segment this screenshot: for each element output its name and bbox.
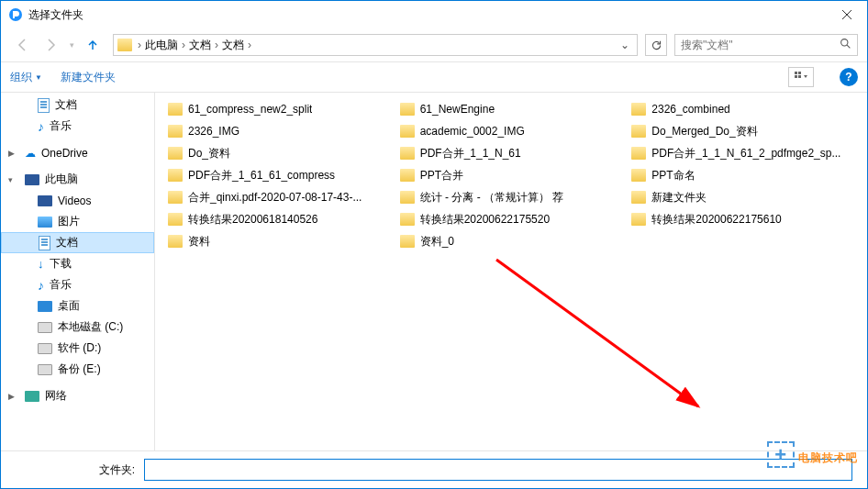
organize-label: 组织 bbox=[10, 70, 32, 85]
document-icon bbox=[38, 98, 50, 113]
folder-item[interactable]: PPT命名 bbox=[629, 166, 856, 184]
collapse-icon[interactable]: ▾ bbox=[8, 175, 17, 184]
cloud-icon: ☁ bbox=[25, 147, 36, 160]
sidebar-item-downloads[interactable]: ↓下载 bbox=[1, 253, 154, 274]
folder-item[interactable]: 资料 bbox=[166, 232, 393, 250]
search-input[interactable] bbox=[681, 39, 840, 51]
close-button[interactable] bbox=[826, 1, 867, 28]
file-label: Do_资料 bbox=[188, 146, 230, 161]
folder-item[interactable]: Do_Merged_Do_资料 bbox=[629, 122, 856, 140]
folder-item[interactable]: 资料_0 bbox=[398, 232, 625, 250]
sidebar-item-thispc[interactable]: ▾此电脑 bbox=[1, 169, 154, 190]
chevron-right-icon[interactable]: › bbox=[213, 39, 220, 51]
folder-label: 文件夹: bbox=[16, 462, 135, 478]
chevron-right-icon[interactable]: › bbox=[136, 39, 143, 51]
search-icon[interactable] bbox=[840, 38, 851, 52]
pc-icon bbox=[25, 174, 39, 185]
picture-icon bbox=[38, 217, 52, 228]
file-label: 转换结果20200622175610 bbox=[651, 212, 781, 228]
search-box[interactable] bbox=[674, 34, 858, 56]
file-label: 2326_IMG bbox=[188, 125, 239, 138]
svg-point-1 bbox=[841, 39, 848, 46]
sidebar-item-diske[interactable]: 备份 (E:) bbox=[1, 359, 154, 380]
folder-icon bbox=[168, 147, 183, 160]
breadcrumb-docs1[interactable]: 文档 bbox=[187, 38, 213, 53]
sidebar-item-documents-top[interactable]: 文档 bbox=[1, 94, 154, 116]
refresh-button[interactable] bbox=[645, 34, 667, 56]
sidebar-item-videos[interactable]: Videos bbox=[1, 190, 154, 211]
tree-label: 文档 bbox=[55, 97, 77, 113]
up-button[interactable] bbox=[80, 33, 106, 57]
folder-item[interactable]: 2326_IMG bbox=[166, 122, 393, 140]
help-button[interactable]: ? bbox=[840, 68, 858, 86]
folder-item[interactable]: PPT合并 bbox=[398, 166, 625, 184]
view-button[interactable] bbox=[788, 67, 814, 87]
sidebar-item-documents[interactable]: 文档 bbox=[1, 232, 154, 253]
folder-item[interactable]: PDF合并_1_1_N_61 bbox=[398, 144, 625, 162]
address-bar[interactable]: › 此电脑 › 文档 › 文档 › ⌄ bbox=[113, 34, 638, 56]
address-dropdown[interactable]: ⌄ bbox=[617, 39, 633, 51]
disk-icon bbox=[38, 322, 52, 333]
folder-icon bbox=[168, 191, 183, 204]
folder-item[interactable]: 61_NewEngine bbox=[398, 100, 625, 118]
folder-item[interactable]: 统计 - 分离 - （常规计算） 荐 bbox=[398, 188, 625, 206]
organize-button[interactable]: 组织▼ bbox=[10, 70, 42, 85]
tree-label: 音乐 bbox=[50, 277, 72, 293]
breadcrumb-docs2[interactable]: 文档 bbox=[220, 38, 246, 53]
chevron-right-icon[interactable]: › bbox=[246, 39, 253, 51]
folder-item[interactable]: 合并_qinxi.pdf-2020-07-08-17-43-... bbox=[166, 188, 393, 206]
expand-icon[interactable]: ▶ bbox=[8, 392, 17, 401]
folder-item[interactable]: 61_compress_new2_split bbox=[166, 100, 393, 118]
folder-item[interactable]: 转换结果20200622175520 bbox=[398, 210, 625, 228]
folder-item[interactable]: Do_资料 bbox=[166, 144, 393, 162]
sidebar-item-pictures[interactable]: 图片 bbox=[1, 211, 154, 232]
folder-item[interactable]: 转换结果20200618140526 bbox=[166, 210, 393, 228]
forward-button[interactable] bbox=[38, 33, 63, 57]
tree-label: Videos bbox=[58, 194, 91, 207]
folder-icon bbox=[400, 147, 415, 160]
expand-icon[interactable]: ▶ bbox=[8, 149, 17, 158]
file-label: PDF合并_1_1_N_61 bbox=[420, 146, 521, 161]
recent-dropdown[interactable]: ▾ bbox=[65, 33, 78, 57]
breadcrumb-thispc[interactable]: 此电脑 bbox=[143, 38, 180, 53]
file-label: 61_NewEngine bbox=[420, 103, 495, 116]
back-button[interactable] bbox=[10, 33, 36, 57]
tree-label: 网络 bbox=[45, 388, 67, 404]
new-folder-button[interactable]: 新建文件夹 bbox=[61, 70, 116, 85]
folder-item[interactable]: PDF合并_1_61_61_compress bbox=[166, 166, 393, 184]
folder-icon bbox=[631, 147, 646, 160]
file-area[interactable]: 61_compress_new2_split 61_NewEngine 2326… bbox=[155, 93, 867, 450]
file-label: 转换结果20200618140526 bbox=[188, 212, 317, 228]
folder-item[interactable]: 新建文件夹 bbox=[629, 188, 856, 206]
sidebar-item-diskd[interactable]: 软件 (D:) bbox=[1, 338, 154, 359]
file-label: 资料_0 bbox=[420, 234, 454, 250]
window-title: 选择文件夹 bbox=[28, 7, 826, 23]
folder-input[interactable] bbox=[144, 459, 852, 481]
svg-rect-3 bbox=[798, 72, 801, 74]
folder-icon bbox=[400, 235, 415, 248]
file-label: PPT命名 bbox=[651, 168, 695, 183]
body: 文档 ♪音乐 ▶☁OneDrive ▾此电脑 Videos 图片 文档 ↓下载 … bbox=[1, 93, 867, 450]
folder-icon bbox=[631, 125, 646, 138]
folder-icon bbox=[400, 169, 415, 182]
folder-item[interactable]: PDF合并_1_1_N_61_2_pdfmge2_sp... bbox=[629, 144, 856, 162]
sidebar-item-network[interactable]: ▶网络 bbox=[1, 385, 154, 406]
sidebar-item-onedrive[interactable]: ▶☁OneDrive bbox=[1, 142, 154, 163]
sidebar-item-music[interactable]: ♪音乐 bbox=[1, 274, 154, 295]
file-label: 61_compress_new2_split bbox=[188, 103, 312, 116]
close-icon bbox=[842, 10, 851, 19]
folder-item[interactable]: academic_0002_IMG bbox=[398, 122, 625, 140]
view-icon bbox=[795, 72, 807, 83]
chevron-right-icon[interactable]: › bbox=[180, 39, 187, 51]
sidebar-item-diskc[interactable]: 本地磁盘 (C:) bbox=[1, 317, 154, 338]
file-label: 转换结果20200622175520 bbox=[420, 212, 550, 228]
file-label: PPT合并 bbox=[420, 168, 463, 183]
arrow-up-icon bbox=[85, 38, 100, 52]
tree-label: 软件 (D:) bbox=[58, 340, 101, 356]
sidebar-item-desktop[interactable]: 桌面 bbox=[1, 295, 154, 317]
folder-item[interactable]: 转换结果20200622175610 bbox=[629, 210, 856, 228]
tree-label: 下载 bbox=[50, 256, 72, 272]
sidebar-item-music-top[interactable]: ♪音乐 bbox=[1, 116, 154, 137]
folder-item[interactable]: 2326_combined bbox=[629, 100, 856, 118]
tree-label: 此电脑 bbox=[45, 172, 78, 187]
